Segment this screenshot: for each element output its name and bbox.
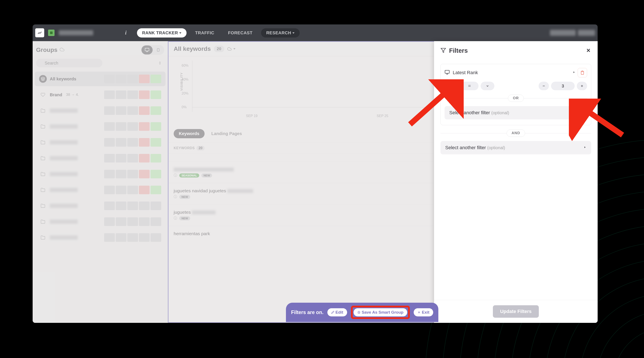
subtab-keywords[interactable]: Keywords xyxy=(174,129,204,138)
close-icon[interactable] xyxy=(586,48,591,54)
folder-icon xyxy=(39,154,47,162)
group-folder-item[interactable] xyxy=(35,135,166,150)
group-count: 38 → 4. xyxy=(66,93,79,97)
group-folder-item[interactable] xyxy=(35,230,166,245)
filter-type-selector[interactable]: Latest Rank xyxy=(444,70,576,76)
group-counts xyxy=(104,90,161,99)
logo-icon[interactable] xyxy=(35,28,44,37)
chevron-right-icon xyxy=(572,71,576,75)
plus-button[interactable] xyxy=(577,82,587,90)
chart-ylabel: VISIBILITY xyxy=(180,72,183,91)
svg-rect-16 xyxy=(157,48,159,51)
filter-title: Latest Rank xyxy=(453,70,570,75)
filters-on-text: Filters are on. xyxy=(291,310,324,315)
group-brand[interactable]: Brand 38 → 4. xyxy=(35,87,166,102)
delete-filter-button[interactable] xyxy=(578,68,587,77)
subtab-landing-pages[interactable]: Landing Pages xyxy=(206,129,247,138)
select-filter-or[interactable]: Select another filter (optional) xyxy=(444,106,587,119)
page-title: All keywords xyxy=(174,45,211,52)
filter-card-rank: Latest Rank = xyxy=(440,64,591,125)
kw-text-redacted xyxy=(192,210,216,214)
nav-research[interactable]: RESEARCH xyxy=(261,28,300,37)
and-label: AND xyxy=(506,130,525,137)
filters-body: Latest Rank = xyxy=(434,59,598,300)
highlight-box: Save As Smart Group xyxy=(351,306,410,319)
group-label-redacted xyxy=(50,108,78,113)
badge-new: NEW xyxy=(179,216,190,220)
stack-icon xyxy=(39,75,47,83)
update-filters-button[interactable]: Update Filters xyxy=(493,305,539,318)
nav-rank-tracker[interactable]: RANK TRACKER xyxy=(137,28,186,37)
and-divider: AND xyxy=(440,130,591,137)
folder-icon xyxy=(39,107,47,115)
svg-marker-40 xyxy=(574,71,575,73)
mobile-toggle[interactable] xyxy=(153,45,164,54)
info-dot-icon: ⓘ xyxy=(174,195,177,198)
info-dot-icon: ⓘ xyxy=(174,216,177,220)
chevron-right-icon xyxy=(580,111,582,115)
kw-text-redacted xyxy=(227,189,253,193)
or-label: OR xyxy=(508,95,524,102)
svg-rect-12 xyxy=(50,31,52,34)
filter-controls: = 3 xyxy=(444,82,587,90)
group-folder-item[interactable] xyxy=(35,151,166,166)
exit-button[interactable]: Exit xyxy=(414,308,433,316)
edit-button[interactable]: Edit xyxy=(327,308,347,316)
cloud-icon[interactable] xyxy=(227,47,236,51)
group-label-redacted xyxy=(50,156,78,160)
group-label: Brand xyxy=(50,92,62,97)
select-filter-and[interactable]: Select another filter (optional) xyxy=(440,141,591,154)
folder-icon xyxy=(39,170,47,178)
svg-marker-31 xyxy=(358,311,360,313)
filters-header: Filters xyxy=(434,41,598,59)
search-input[interactable] xyxy=(36,59,102,67)
site-avatar[interactable] xyxy=(48,29,54,36)
group-folder-item[interactable] xyxy=(35,167,166,181)
folder-icon xyxy=(39,202,47,210)
monitor-icon xyxy=(444,70,450,76)
svg-rect-13 xyxy=(145,48,149,51)
svg-point-0 xyxy=(614,328,644,358)
user-redacted-2 xyxy=(578,30,595,36)
info-icon[interactable]: i xyxy=(122,28,130,37)
app-window: i RANK TRACKER TRAFFIC FORECAST RESEARCH… xyxy=(33,24,598,323)
folder-icon xyxy=(39,123,47,130)
operator-equals[interactable]: = xyxy=(460,82,478,90)
nav-forecast[interactable]: FORECAST xyxy=(223,28,258,37)
group-label: All keywords xyxy=(50,77,76,81)
svg-rect-37 xyxy=(445,70,449,73)
operator-down-button[interactable] xyxy=(481,82,494,90)
group-all-keywords[interactable]: All keywords xyxy=(35,72,166,86)
col-kw-count: 20 xyxy=(196,146,204,151)
site-name-redacted xyxy=(59,30,93,35)
desktop-toggle[interactable] xyxy=(142,45,153,54)
cloud-icon[interactable] xyxy=(60,47,64,53)
group-folder-item[interactable] xyxy=(35,103,166,118)
operator-up-button[interactable] xyxy=(444,82,458,90)
minus-button[interactable] xyxy=(538,82,549,90)
nav-tabs: RANK TRACKER TRAFFIC FORECAST RESEARCH xyxy=(137,28,300,37)
filter-icon xyxy=(440,48,446,54)
group-folder-item[interactable] xyxy=(35,198,166,213)
group-folder-item[interactable] xyxy=(35,214,166,229)
value-input[interactable]: 3 xyxy=(551,82,575,90)
group-folder-item[interactable] xyxy=(35,119,166,134)
group-folder-item[interactable] xyxy=(35,183,166,197)
save-smart-group-button[interactable]: Save As Smart Group xyxy=(354,308,408,316)
top-nav: i RANK TRACKER TRAFFIC FORECAST RESEARCH xyxy=(33,24,598,41)
info-dot-icon: ⓘ xyxy=(174,174,177,177)
sidebar: Groups xyxy=(33,41,168,323)
nav-traffic[interactable]: TRAFFIC xyxy=(190,28,220,37)
device-toggle xyxy=(141,45,164,55)
group-list: All keywords Brand 38 → 4. xyxy=(33,70,168,323)
svg-marker-44 xyxy=(580,112,582,113)
sort-button[interactable] xyxy=(156,59,164,67)
folder-icon xyxy=(39,218,47,225)
folder-icon xyxy=(39,139,47,146)
svg-marker-20 xyxy=(41,77,45,79)
chevron-right-icon xyxy=(584,146,586,150)
svg-point-1 xyxy=(597,311,644,358)
group-label-redacted xyxy=(50,204,78,208)
col-keywords: KEYWORDS xyxy=(174,146,195,150)
badge-seasonal: SEASONAL xyxy=(179,174,199,178)
